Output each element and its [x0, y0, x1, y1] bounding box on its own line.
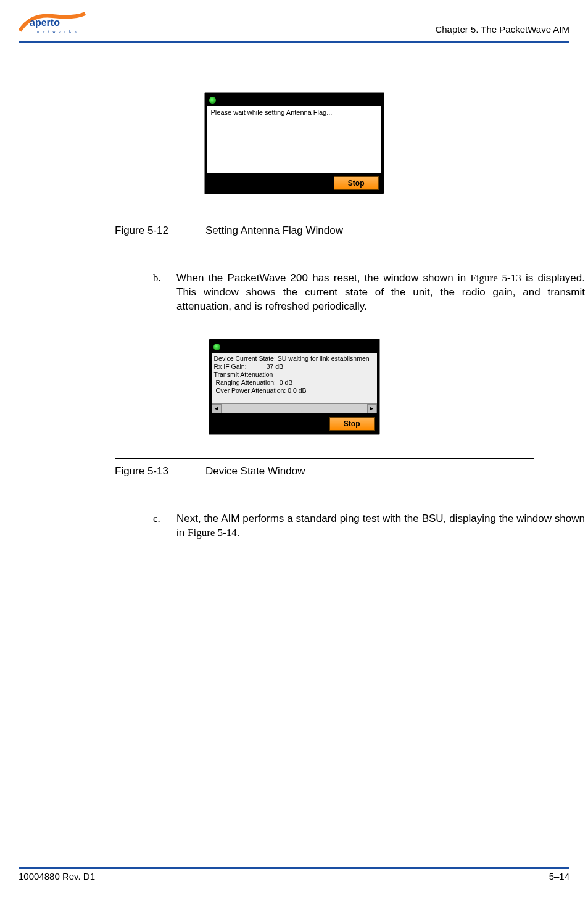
page-footer: 10004880 Rev. D1 5–14: [19, 867, 569, 881]
rx-gain-line: Rx IF Gain: 37 dB: [214, 363, 375, 371]
figure-5-13-caption: Figure 5-13 Device State Window: [115, 465, 569, 477]
paragraph-b: b. When the PacketWave 200 has reset, th…: [153, 271, 585, 314]
list-letter: b.: [153, 271, 176, 314]
figure-5-12-window: Please wait while setting Antenna Flag..…: [204, 92, 384, 194]
status-led-icon: [213, 344, 220, 350]
status-led-icon: [209, 97, 216, 104]
scroll-left-icon[interactable]: ◄: [212, 404, 222, 413]
figure-number: Figure 5-12: [115, 225, 168, 237]
tx-atten-header: Transmit Attenuation: [214, 371, 375, 379]
text-post: .: [237, 527, 240, 539]
page-header: aperto n e t w o r k s Chapter 5. The Pa…: [19, 12, 569, 39]
figure-5-13-window: Device Current State: SU waiting for lin…: [209, 339, 380, 435]
logo-subtext: n e t w o r k s: [37, 30, 78, 33]
stop-button[interactable]: Stop: [329, 417, 375, 431]
list-letter: c.: [153, 512, 176, 540]
figure-number: Figure 5-13: [115, 465, 168, 477]
page-content: Please wait while setting Antenna Flag..…: [19, 43, 569, 540]
device-state-line: Device Current State: SU waiting for lin…: [214, 355, 375, 363]
caption-rule: [115, 218, 534, 218]
doc-revision: 10004880 Rev. D1: [19, 871, 95, 881]
paragraph-b-text: When the PacketWave 200 has reset, the w…: [176, 271, 585, 314]
horizontal-scrollbar[interactable]: ◄ ►: [212, 403, 377, 413]
caption-rule: [115, 458, 534, 459]
wait-message: Please wait while setting Antenna Flag..…: [211, 109, 333, 116]
paragraph-c: c. Next, the AIM performs a standard pin…: [153, 512, 585, 540]
paragraph-c-text: Next, the AIM performs a standard ping t…: [176, 512, 585, 540]
ranging-atten-line: Ranging Attenuation: 0 dB: [214, 379, 375, 387]
chapter-label: Chapter 5. The PacketWave AIM: [435, 24, 569, 36]
logo: aperto n e t w o r k s: [19, 12, 86, 36]
figure-title: Setting Antenna Flag Window: [205, 225, 343, 237]
figure-reference: Figure 5-14: [188, 527, 237, 539]
aperto-logo-icon: aperto n e t w o r k s: [19, 12, 86, 36]
figure-5-12-body: Please wait while setting Antenna Flag..…: [207, 106, 381, 173]
text-pre: When the PacketWave 200 has reset, the w…: [176, 272, 470, 284]
scroll-right-icon[interactable]: ►: [367, 404, 377, 413]
page-number: 5–14: [549, 871, 569, 881]
overpower-atten-line: Over Power Attenuation: 0.0 dB: [214, 387, 375, 395]
figure-title: Device State Window: [205, 465, 305, 477]
figure-5-12-caption: Figure 5-12 Setting Antenna Flag Window: [115, 225, 569, 237]
footer-rule: [19, 867, 569, 869]
footer-row: 10004880 Rev. D1 5–14: [19, 871, 569, 881]
logo-text: aperto: [30, 17, 60, 28]
stop-button[interactable]: Stop: [334, 176, 379, 190]
figure-reference: Figure 5-13: [470, 272, 521, 284]
